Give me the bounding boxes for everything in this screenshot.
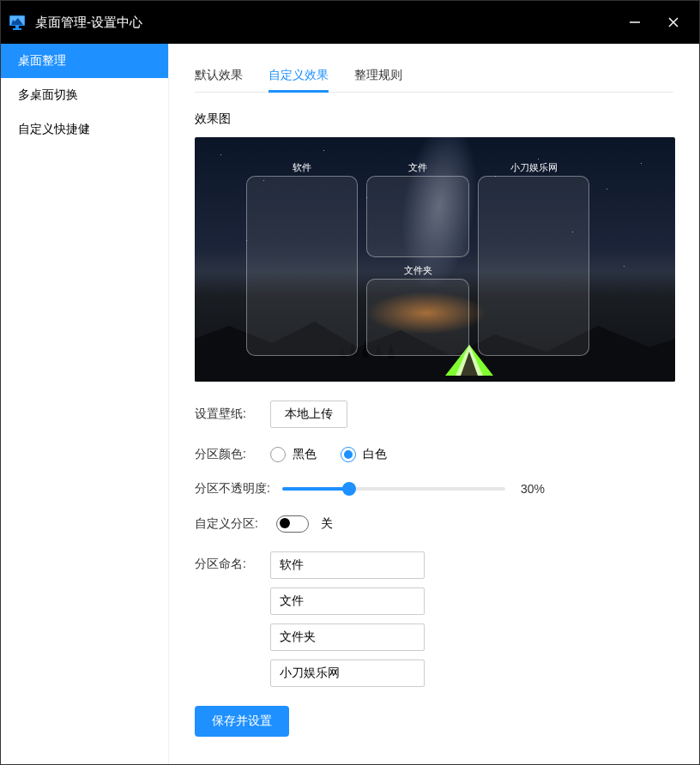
minimize-button[interactable]: [615, 1, 654, 44]
svg-rect-3: [15, 26, 19, 28]
opacity-slider[interactable]: [282, 487, 505, 491]
titlebar: 桌面管理-设置中心: [1, 1, 699, 44]
sidebar-item-multi-desktop[interactable]: 多桌面切换: [1, 78, 168, 112]
custom-zone-state: 关: [321, 516, 333, 532]
sidebar-item-desktop-organize[interactable]: 桌面整理: [1, 44, 168, 78]
zone-color-label: 分区颜色:: [195, 447, 270, 462]
wallpaper-label: 设置壁纸:: [195, 407, 270, 422]
radio-black[interactable]: 黑色: [270, 447, 317, 462]
save-button[interactable]: 保存并设置: [195, 706, 289, 737]
custom-zone-toggle[interactable]: [276, 515, 309, 533]
main-content: 默认效果 自定义效果 整理规则 效果图: [169, 44, 699, 764]
zone-name-input-3[interactable]: [270, 623, 425, 651]
zone-names-label: 分区命名:: [195, 551, 270, 572]
tab-default-effect[interactable]: 默认效果: [195, 59, 243, 92]
opacity-value: 30%: [521, 482, 545, 496]
zone-name-input-4[interactable]: [270, 660, 425, 687]
tabs: 默认效果 自定义效果 整理规则: [195, 59, 673, 93]
preview-zone-label: 软件: [293, 161, 311, 174]
radio-white-label: 白色: [363, 447, 387, 462]
preview-section-label: 效果图: [195, 111, 673, 127]
close-button[interactable]: [654, 1, 692, 44]
opacity-label: 分区不透明度:: [195, 481, 282, 497]
window-title: 桌面管理-设置中心: [35, 15, 615, 31]
zone-name-input-1[interactable]: [270, 551, 425, 579]
sidebar-item-custom-shortcut[interactable]: 自定义快捷健: [1, 112, 168, 147]
custom-zone-label: 自定义分区:: [195, 516, 276, 532]
tab-organize-rules[interactable]: 整理规则: [354, 59, 402, 92]
preview-zone-label: 文件夹: [404, 264, 432, 277]
preview-image: 软件 文件 文件夹 小刀娱乐网: [195, 137, 675, 382]
svg-rect-4: [13, 28, 21, 30]
app-icon: [8, 13, 27, 32]
radio-white[interactable]: 白色: [341, 447, 387, 462]
sidebar: 桌面整理 多桌面切换 自定义快捷健: [1, 44, 169, 764]
radio-black-label: 黑色: [293, 447, 317, 462]
preview-zone-label: 小刀娱乐网: [510, 161, 558, 174]
tab-custom-effect[interactable]: 自定义效果: [269, 59, 329, 92]
zone-name-input-2[interactable]: [270, 587, 425, 615]
upload-wallpaper-button[interactable]: 本地上传: [270, 401, 347, 428]
preview-zone-label: 文件: [408, 161, 427, 174]
